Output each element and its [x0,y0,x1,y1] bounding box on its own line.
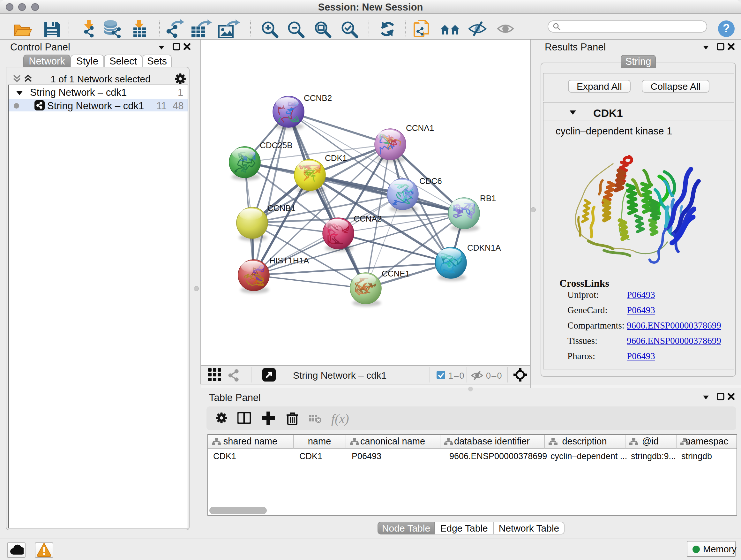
svg-text:CDC6: CDC6 [419,176,442,186]
svg-text:CCNA2: CCNA2 [354,214,382,224]
svg-text:CCNA1: CCNA1 [406,123,434,133]
svg-text:CDK1: CDK1 [325,153,347,163]
svg-text:CCNB2: CCNB2 [304,93,332,103]
svg-text:RB1: RB1 [480,193,496,203]
svg-text:?: ? [723,22,730,35]
svg-text:HIST1H1A: HIST1H1A [269,256,309,265]
svg-text:CDC25B: CDC25B [260,140,293,150]
svg-text:CDKN1A: CDKN1A [467,243,501,253]
svg-text:CCNE1: CCNE1 [382,269,410,278]
svg-text:CCNB1: CCNB1 [267,203,295,213]
